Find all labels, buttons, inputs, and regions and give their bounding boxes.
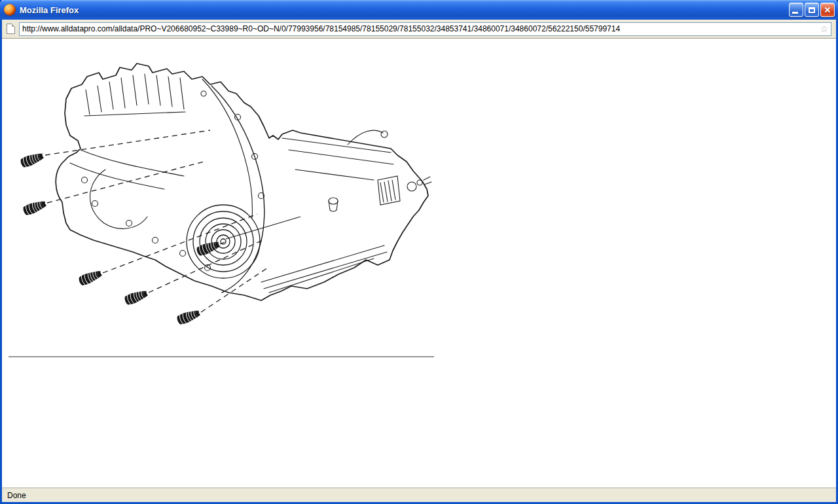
bookmark-star-icon[interactable]: ☆ [820, 24, 828, 33]
window-title: Mozilla Firefox [20, 5, 789, 15]
page-content [2, 39, 836, 488]
minimize-button[interactable] [789, 3, 803, 17]
browser-window: Mozilla Firefox ✕ ☆ [0, 0, 838, 504]
maximize-icon [809, 7, 815, 13]
transmission-diagram [7, 52, 439, 369]
title-bar[interactable]: Mozilla Firefox ✕ [0, 0, 838, 20]
url-input[interactable] [22, 24, 817, 35]
firefox-icon [4, 4, 16, 16]
maximize-button[interactable] [805, 3, 819, 17]
url-field-container[interactable]: ☆ [19, 22, 831, 36]
page-icon [7, 24, 15, 34]
close-button[interactable]: ✕ [820, 3, 835, 17]
address-bar: ☆ [2, 20, 836, 39]
window-controls: ✕ [789, 3, 835, 17]
close-icon: ✕ [824, 6, 831, 14]
status-text: Done [7, 491, 26, 500]
minimize-icon [792, 12, 798, 14]
status-bar: Done [2, 488, 836, 502]
